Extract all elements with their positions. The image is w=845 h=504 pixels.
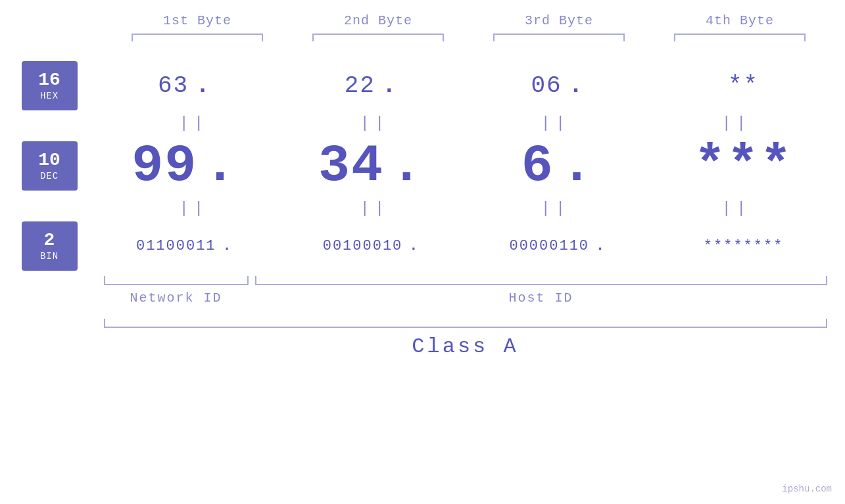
hex-cell-2: 22 . [298, 72, 443, 99]
dec-val-1: 99 [132, 136, 197, 196]
hex-base-label: HEX [40, 91, 59, 101]
dec-val-4: *** [694, 136, 793, 196]
dot-1: . [195, 72, 210, 99]
eq2-1: || [122, 200, 266, 218]
bracket-byte1 [132, 34, 263, 41]
byte-headers: 1st Byte 2nd Byte 3rd Byte 4th Byte [107, 13, 831, 28]
dec-cell-3: 6 . [485, 136, 629, 196]
dec-values: 99 . 34 . 6 . *** [91, 136, 837, 196]
dec-val-3: 6 [521, 136, 554, 196]
bin-val-1: 01100011 [136, 238, 216, 254]
dot-bin-3: . [596, 238, 604, 254]
dot-dec-3: . [561, 140, 592, 193]
bin-val-2: 00100010 [323, 238, 403, 254]
bin-cell-3: 00000110 . [485, 238, 629, 254]
top-brackets [107, 34, 831, 41]
bracket-byte2 [312, 34, 444, 41]
main-container: 1st Byte 2nd Byte 3rd Byte 4th Byte 16 H… [0, 0, 845, 504]
bottom-labels: Network ID Host ID [104, 290, 827, 306]
eq1-1: || [122, 114, 266, 132]
dot-dec-1: . [204, 140, 235, 193]
hex-val-2: 22 [345, 72, 375, 99]
byte2-header: 2nd Byte [306, 13, 450, 28]
eq2-3: || [483, 200, 628, 218]
dec-badge: 10 DEC [22, 141, 78, 191]
hex-cell-3: 06 . [485, 72, 629, 99]
network-id-label: Network ID [104, 290, 249, 306]
byte1-header: 1st Byte [125, 13, 270, 28]
hex-row: 16 HEX 63 . 22 . 06 . ** [22, 61, 837, 110]
network-bracket [104, 276, 249, 285]
dec-val-2: 34 [318, 136, 384, 196]
hex-val-4: ** [728, 72, 759, 99]
hex-val-3: 06 [531, 72, 562, 99]
full-bottom-bracket [104, 319, 827, 328]
main-data-grid: 16 HEX 63 . 22 . 06 . ** [22, 61, 837, 271]
eq1-2: || [302, 114, 447, 132]
dot-bin-1: . [223, 238, 231, 254]
eq2-2: || [302, 200, 447, 218]
byte4-header: 4th Byte [667, 13, 812, 28]
byte3-header: 3rd Byte [487, 13, 631, 28]
host-bracket [255, 276, 827, 285]
hex-cell-4: ** [671, 72, 816, 99]
bin-cell-4: ******** [671, 238, 816, 254]
dec-cell-2: 34 . [298, 136, 443, 196]
dot-2: . [382, 72, 397, 99]
bottom-section: Network ID Host ID Class A [22, 276, 837, 359]
dec-cell-4: *** [671, 136, 816, 196]
bin-base-number: 2 [44, 231, 55, 251]
dot-bin-2: . [409, 238, 418, 254]
watermark: ipshu.com [782, 484, 832, 494]
hex-cell-1: 63 . [111, 72, 256, 99]
dec-cell-1: 99 . [111, 136, 256, 196]
bin-val-3: 00000110 [509, 238, 589, 254]
hex-val-1: 63 [158, 72, 189, 99]
dec-row: 10 DEC 99 . 34 . 6 . *** [22, 136, 837, 196]
eq2-4: || [664, 200, 809, 218]
equals-row-1: || || || || [104, 110, 827, 136]
class-label: Class A [104, 334, 827, 359]
eq1-4: || [664, 114, 809, 132]
bin-cell-1: 01100011 . [111, 238, 256, 254]
host-id-label: Host ID [255, 290, 827, 306]
bracket-byte3 [493, 34, 625, 41]
dec-base-number: 10 [38, 150, 60, 171]
bin-base-label: BIN [40, 251, 59, 262]
eq1-3: || [483, 114, 628, 132]
bin-values: 01100011 . 00100010 . 00000110 . *******… [91, 238, 837, 254]
hex-values: 63 . 22 . 06 . ** [91, 72, 837, 99]
hex-badge: 16 HEX [22, 61, 78, 110]
dec-base-label: DEC [40, 171, 59, 181]
bin-row: 2 BIN 01100011 . 00100010 . 00000110 . *… [22, 221, 837, 271]
dot-dec-2: . [391, 140, 422, 193]
bin-badge: 2 BIN [22, 221, 78, 271]
bin-val-4: ******** [704, 238, 784, 254]
equals-row-2: || || || || [104, 196, 827, 221]
bottom-brackets [104, 276, 827, 285]
bracket-byte4 [674, 34, 806, 41]
bin-cell-2: 00100010 . [298, 238, 443, 254]
hex-base-number: 16 [38, 70, 60, 91]
dot-3: . [569, 72, 583, 99]
